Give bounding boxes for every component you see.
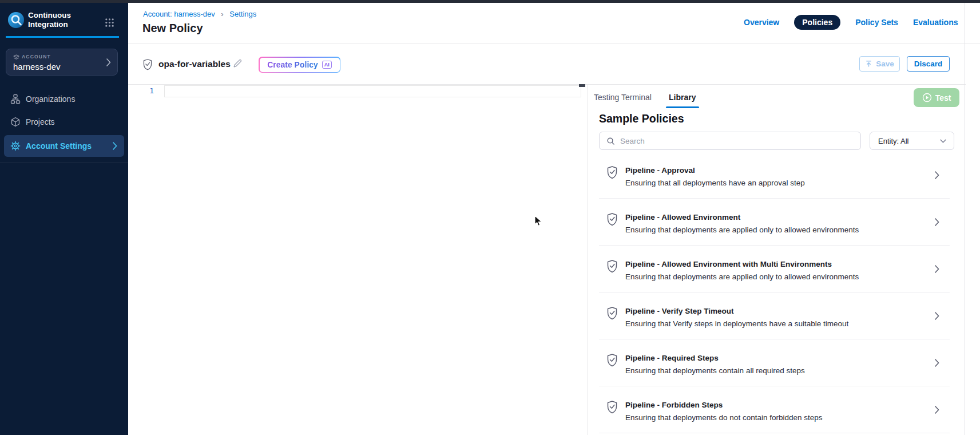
entity-filter-dropdown[interactable]: Entity: All: [870, 132, 954, 150]
shield-check-icon: [606, 212, 618, 226]
chevron-right-icon: [935, 171, 939, 179]
sidebar-item-label: Projects: [26, 117, 55, 126]
tab-evaluations[interactable]: Evaluations: [913, 18, 958, 27]
breadcrumb-account-link[interactable]: Account: harness-dev: [143, 10, 215, 18]
app-window: Continuous Integration ACCOUNT harness-d…: [0, 0, 980, 435]
editor-line-number: 1: [146, 86, 154, 95]
create-policy-button[interactable]: Create Policy AI: [259, 57, 340, 73]
policy-description: Ensuring that deployments contain all re…: [625, 366, 805, 375]
sidebar-item-account-settings[interactable]: Account Settings: [4, 135, 124, 157]
product-name: Continuous Integration: [28, 11, 97, 29]
list-item-pipeline-verify-step-timeout[interactable]: Pipeline - Verify Step Timeout Ensuring …: [599, 292, 950, 339]
shield-check-icon: [606, 400, 618, 414]
sidebar-item-projects[interactable]: Projects: [0, 112, 128, 132]
policy-description: Ensuring that deployments do not contain…: [625, 413, 822, 422]
brand-accent-line: [6, 36, 119, 38]
harness-ci-logo-icon[interactable]: [7, 11, 25, 29]
shield-check-icon: [606, 165, 618, 179]
list-item-pipeline-approval[interactable]: Pipeline - Approval Ensuring that all de…: [599, 152, 950, 199]
tab-library[interactable]: Library: [669, 93, 696, 102]
policy-name: opa-for-variables: [158, 59, 231, 69]
sidebar-divider: [0, 162, 128, 163]
tab-testing-terminal[interactable]: Testing Terminal: [594, 93, 652, 102]
tab-library-underline: [666, 106, 699, 108]
discard-button[interactable]: Discard: [907, 56, 950, 72]
edit-pencil-icon[interactable]: [233, 58, 243, 68]
module-grid-icon[interactable]: [105, 18, 114, 27]
sidebar: Continuous Integration ACCOUNT harness-d…: [0, 3, 128, 435]
sidebar-item-organizations[interactable]: Organizations: [0, 89, 128, 109]
chevron-right-icon: [113, 142, 117, 150]
header-tabs: Overview Policies Policy Sets Evaluation…: [744, 15, 958, 30]
chevron-right-icon: [935, 359, 939, 367]
policy-title: Pipeline - Forbidden Steps: [625, 401, 723, 409]
tab-policy-sets[interactable]: Policy Sets: [855, 18, 898, 27]
chevron-right-icon: [935, 265, 939, 273]
chevron-right-icon: [935, 406, 939, 414]
policy-title: Pipeline - Allowed Environment with Mult…: [625, 260, 832, 268]
sample-policies-heading: Sample Policies: [599, 112, 684, 125]
chevron-right-icon: [935, 312, 939, 320]
policy-description: Ensuring that Verify steps in deployment…: [625, 319, 848, 328]
panel-vertical-divider: [588, 84, 588, 435]
search-icon: [606, 137, 615, 145]
account-selector[interactable]: ACCOUNT harness-dev: [6, 49, 118, 76]
editor-current-line[interactable]: [164, 85, 581, 97]
cube-icon: [10, 117, 21, 127]
upload-icon: [865, 60, 872, 68]
play-circle-icon: [922, 93, 932, 102]
breadcrumb: Account: harness-dev › Settings: [143, 10, 256, 18]
policy-title: Pipeline - Allowed Environment: [625, 213, 740, 222]
mouse-cursor: [533, 215, 543, 227]
policy-title: Pipeline - Verify Step Timeout: [625, 307, 734, 315]
layers-icon: [13, 54, 19, 60]
tab-policies[interactable]: Policies: [794, 15, 840, 30]
policy-description: Ensuring that deployments are applied on…: [625, 272, 859, 281]
sample-policy-list: Pipeline - Approval Ensuring that all de…: [599, 152, 950, 433]
list-item-pipeline-allowed-environment[interactable]: Pipeline - Allowed Environment Ensuring …: [599, 199, 950, 246]
policy-title: Pipeline - Approval: [625, 166, 695, 175]
gear-icon: [10, 141, 21, 151]
chevron-right-icon: [106, 58, 111, 66]
editor-minimap[interactable]: [579, 84, 585, 87]
test-button[interactable]: Test: [914, 88, 959, 107]
page-title: New Policy: [142, 22, 203, 35]
org-chart-icon: [10, 94, 21, 104]
search-input[interactable]: [620, 137, 860, 145]
list-item-pipeline-allowed-environment-multi[interactable]: Pipeline - Allowed Environment with Mult…: [599, 246, 950, 292]
policy-shield-icon: [142, 58, 153, 70]
chevron-right-icon: [935, 218, 939, 226]
list-item-pipeline-forbidden-steps[interactable]: Pipeline - Forbidden Steps Ensuring that…: [599, 386, 950, 433]
create-policy-inner: Create Policy AI: [260, 58, 340, 72]
window-top-strip: [0, 0, 980, 3]
policy-description: Ensuring that all deployments have an ap…: [625, 179, 805, 187]
shield-check-icon: [606, 353, 618, 367]
breadcrumb-settings-link[interactable]: Settings: [229, 10, 256, 18]
entity-filter-value: Entity: All: [878, 137, 908, 145]
chevron-down-icon: [940, 139, 946, 143]
list-item-pipeline-required-steps[interactable]: Pipeline - Required Steps Ensuring that …: [599, 339, 950, 386]
page-right-edge: [965, 3, 965, 435]
policy-description: Ensuring that deployments are applied on…: [625, 226, 859, 234]
account-label: ACCOUNT: [22, 54, 51, 60]
search-box: [599, 132, 861, 150]
tab-overview[interactable]: Overview: [744, 18, 779, 27]
shield-check-icon: [606, 259, 618, 273]
shield-check-icon: [606, 306, 618, 320]
save-button[interactable]: Save: [859, 56, 900, 72]
create-policy-label: Create Policy: [267, 60, 318, 69]
save-label: Save: [876, 60, 894, 68]
header-divider: [128, 43, 980, 43]
discard-label: Discard: [914, 60, 943, 68]
policy-title: Pipeline - Required Steps: [625, 354, 719, 362]
content-top-divider: [128, 84, 966, 85]
account-name: harness-dev: [13, 62, 61, 72]
sidebar-item-label: Organizations: [26, 94, 75, 104]
sidebar-item-label: Account Settings: [26, 141, 92, 151]
test-label: Test: [935, 93, 951, 102]
ai-badge: AI: [322, 61, 332, 69]
breadcrumb-separator: ›: [221, 10, 223, 18]
